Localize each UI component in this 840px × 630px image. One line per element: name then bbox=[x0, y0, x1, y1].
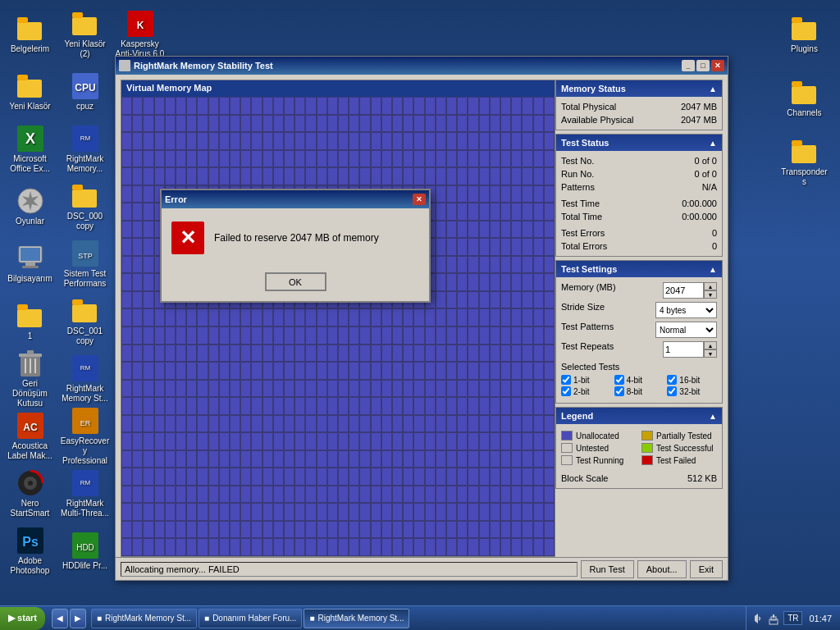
checkbox-1bit-input[interactable] bbox=[561, 375, 571, 385]
vm-cell bbox=[284, 538, 294, 556]
desktop-icon-dsc-copy[interactable]: DSC_000 copy bbox=[58, 179, 112, 235]
run-test-button[interactable]: Run Test bbox=[581, 560, 634, 578]
vm-cell bbox=[511, 291, 522, 309]
vm-cell bbox=[490, 308, 500, 326]
vm-cell bbox=[436, 345, 446, 363]
vm-cell bbox=[165, 521, 176, 539]
tray-language[interactable]: TR bbox=[783, 611, 802, 625]
vm-cell bbox=[511, 521, 522, 539]
desktop-icon-yeni-klasor[interactable]: Yeni Klasör bbox=[3, 64, 57, 120]
vm-cell bbox=[338, 167, 349, 185]
desktop-icon-yeni-klasor-2[interactable]: Yeni Klasör (2) bbox=[58, 7, 112, 62]
test-patterns-select[interactable]: Normal bbox=[655, 322, 717, 338]
vm-cell bbox=[479, 521, 490, 539]
desktop-icon-oyunlar[interactable]: Oyunlar bbox=[3, 179, 57, 235]
legend-collapse[interactable]: ▲ bbox=[709, 412, 717, 421]
test-status-collapse[interactable]: ▲ bbox=[709, 139, 717, 148]
checkbox-8bit-input[interactable] bbox=[614, 386, 624, 396]
memory-mb-down[interactable]: ▼ bbox=[704, 290, 717, 299]
svg-rect-38 bbox=[72, 299, 83, 305]
vm-cell bbox=[240, 503, 251, 521]
vm-cell bbox=[262, 132, 273, 150]
taskbar-item-2[interactable]: ■ RightMark Memory St... bbox=[304, 609, 409, 628]
desktop-icon-transponders[interactable]: Transponders bbox=[778, 135, 831, 190]
checkbox-16bit[interactable]: 16-bit bbox=[667, 375, 717, 385]
taskbar-item-0[interactable]: ■ RightMark Memory St... bbox=[91, 609, 197, 628]
dialog-ok-button[interactable]: OK bbox=[265, 272, 326, 291]
taskbar-nav-back[interactable]: ◀ bbox=[52, 609, 68, 628]
svg-rect-33 bbox=[72, 189, 97, 208]
taskbar-nav: ◀ ▶ bbox=[48, 609, 89, 628]
checkbox-2bit[interactable]: 2-bit bbox=[561, 386, 611, 396]
vm-cell bbox=[479, 97, 490, 115]
desktop-icon-msoffice[interactable]: X Microsoft Office Ex... bbox=[3, 121, 57, 177]
desktop-icon-belgelerim[interactable]: Belgelerim bbox=[3, 7, 57, 62]
block-scale-label: Block Scale bbox=[561, 473, 608, 483]
checkbox-2bit-input[interactable] bbox=[561, 386, 571, 396]
svg-text:RM: RM bbox=[80, 364, 90, 372]
vm-cell bbox=[154, 538, 165, 556]
checkbox-32bit[interactable]: 32-bit bbox=[667, 386, 717, 396]
desktop-icon-easyrecovery[interactable]: ER EasyRecovery Professional bbox=[58, 409, 112, 464]
desktop-icon-sistem-test[interactable]: STP Sistem Test Performans bbox=[58, 236, 112, 292]
vm-cell bbox=[457, 150, 468, 168]
desktop-icon-rightmark-mem-2[interactable]: RM RightMark Memory St... bbox=[58, 351, 112, 407]
taskbar-nav-forward[interactable]: ▶ bbox=[70, 609, 86, 628]
memory-status-collapse[interactable]: ▲ bbox=[709, 84, 717, 94]
vm-cell bbox=[392, 503, 403, 521]
vm-cell bbox=[403, 486, 413, 504]
vm-cell bbox=[219, 167, 230, 185]
desktop-icon-geri-donusum[interactable]: Geri Dönüşüm Kutusu bbox=[3, 351, 57, 407]
desktop-icon-rightmark-multi[interactable]: RM RightMark Multi-Threa... bbox=[58, 466, 112, 522]
vm-cell bbox=[392, 468, 403, 486]
taskbar-start-button[interactable]: ▶ start bbox=[0, 607, 45, 630]
desktop-icon-acoustica[interactable]: AC Acoustica Label Mak... bbox=[3, 409, 57, 464]
memory-mb-input[interactable] bbox=[663, 282, 704, 299]
window-close-button[interactable]: ✕ bbox=[711, 60, 724, 71]
stride-size-select[interactable]: 4 bytes bbox=[655, 302, 717, 318]
memory-mb-up[interactable]: ▲ bbox=[704, 282, 717, 290]
about-button[interactable]: About... bbox=[637, 560, 687, 578]
checkbox-8bit[interactable]: 8-bit bbox=[614, 386, 664, 396]
vm-cell bbox=[533, 185, 544, 203]
desktop-icon-nero[interactable]: Nero StartSmart bbox=[3, 466, 57, 522]
checkbox-1bit[interactable]: 1-bit bbox=[561, 375, 611, 385]
desktop-icon-plugins[interactable]: Plugins bbox=[778, 7, 831, 62]
window-maximize-button[interactable]: □ bbox=[696, 60, 710, 71]
desktop-icon-adobe-ps[interactable]: Ps Adobe Photoshop bbox=[3, 523, 57, 579]
checkbox-4bit[interactable]: 4-bit bbox=[614, 375, 664, 385]
desktop-icon-channels[interactable]: Channels bbox=[778, 71, 831, 126]
test-repeats-up[interactable]: ▲ bbox=[704, 341, 717, 349]
vm-cell bbox=[121, 132, 132, 150]
svg-rect-34 bbox=[72, 185, 83, 190]
tray-volume-icon bbox=[751, 612, 765, 625]
vm-cell bbox=[533, 450, 544, 468]
desktop-icon-hddlife[interactable]: HDD HDDlife Pr... bbox=[58, 523, 112, 579]
dialog-close-button[interactable]: ✕ bbox=[413, 194, 426, 205]
vm-cell bbox=[457, 308, 468, 326]
vm-cell bbox=[143, 450, 153, 468]
vm-cell bbox=[165, 538, 176, 556]
vm-cell bbox=[284, 397, 294, 415]
checkbox-16bit-input[interactable] bbox=[667, 375, 677, 385]
vm-cell bbox=[294, 362, 305, 380]
vm-cell bbox=[143, 273, 153, 291]
window-minimize-button[interactable]: _ bbox=[682, 60, 695, 71]
vm-cell bbox=[522, 345, 532, 363]
taskbar-item-1[interactable]: ■ Donanım Haber Foru... bbox=[199, 609, 302, 628]
test-repeats-down[interactable]: ▼ bbox=[704, 349, 717, 358]
test-settings-collapse[interactable]: ▲ bbox=[709, 265, 717, 274]
vm-cell bbox=[544, 238, 555, 256]
checkbox-4bit-input[interactable] bbox=[614, 375, 624, 385]
desktop-icon-dsc-001-copy[interactable]: DSC_001 copy bbox=[58, 294, 112, 349]
vm-cell bbox=[436, 450, 446, 468]
desktop-icon-bilgisayarim[interactable]: Bilgisayarım bbox=[3, 236, 57, 292]
desktop-icon-cpuz[interactable]: CPU cpuz bbox=[58, 64, 112, 120]
exit-button[interactable]: Exit bbox=[690, 560, 723, 578]
vm-cell bbox=[457, 538, 468, 556]
test-repeats-input[interactable] bbox=[663, 341, 704, 358]
checkbox-32bit-input[interactable] bbox=[667, 386, 677, 396]
desktop-icon-rightmark[interactable]: RM RightMark Memory... bbox=[58, 121, 112, 177]
desktop-icon-kaspersky[interactable]: K Kaspersky Anti-Virus 6.0 bbox=[113, 7, 167, 62]
desktop-icon-1[interactable]: 1 bbox=[3, 294, 57, 349]
